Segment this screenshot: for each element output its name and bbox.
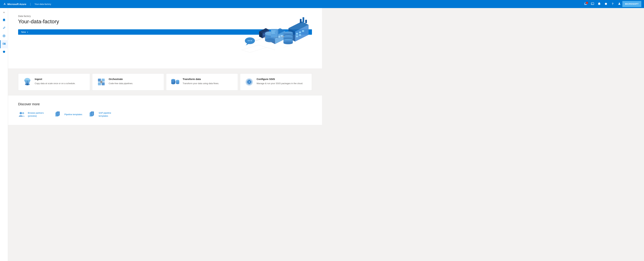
discover-title: Discover more	[18, 102, 312, 106]
orchestrate-text: Orchestrate Code-free data pipelines.	[109, 78, 133, 85]
configure-ssis-text: Configure SSIS Manage & run your SSIS pa…	[256, 78, 303, 85]
ingest-description: Copy data at scale once or on a schedule…	[35, 82, 76, 85]
sap-pipeline-templates-label: SAP pipeline templates	[98, 112, 119, 118]
topbar-page-name: Your-data-factory	[34, 3, 51, 5]
feature-card-transform[interactable]: Transform data Transform your data using…	[166, 74, 238, 90]
features-row: Ingest Copy data at scale once or on a s…	[8, 68, 322, 96]
svg-rect-28	[263, 34, 265, 35]
sidebar-toggle[interactable]: ≡	[1, 10, 7, 16]
svg-point-88	[20, 112, 22, 114]
sap-pipeline-templates-icon	[89, 111, 96, 118]
sidebar-item-monitor[interactable]	[0, 32, 8, 40]
azure-logo: Microsoft Azure	[3, 2, 26, 6]
svg-line-62	[267, 48, 275, 50]
ingest-title: Ingest	[35, 78, 76, 80]
svg-rect-23	[278, 36, 280, 38]
transform-title: Transform data	[183, 78, 219, 80]
discover-item-pipeline-templates[interactable]: Pipeline templates	[55, 111, 82, 118]
feature-card-configure-ssis[interactable]: Configure SSIS Manage & run your SSIS pa…	[240, 74, 312, 90]
sidebar-item-manage[interactable]	[0, 40, 8, 48]
svg-rect-98	[91, 112, 94, 116]
svg-rect-24	[281, 35, 282, 36]
azure-logo-icon	[3, 2, 6, 6]
feature-card-ingest[interactable]: Ingest Copy data at scale once or on a s…	[18, 74, 90, 90]
hero-illustration	[228, 12, 312, 62]
hero-illustration-svg	[228, 12, 312, 62]
svg-point-89	[22, 112, 24, 114]
browse-partners-icon	[18, 111, 26, 118]
configure-ssis-title: Configure SSIS	[256, 78, 303, 80]
sidebar-item-learn[interactable]	[0, 48, 8, 56]
svg-point-73	[100, 81, 102, 83]
svg-rect-14	[296, 36, 298, 37]
svg-rect-6	[4, 44, 6, 44]
learn-icon	[2, 50, 6, 54]
discover-item-browse-partners[interactable]: Browse partners (preview)	[18, 111, 48, 118]
svg-line-63	[284, 45, 292, 48]
svg-rect-12	[299, 32, 301, 33]
feature-card-orchestrate[interactable]: Orchestrate Code-free data pipelines.	[92, 74, 164, 90]
browse-partners-label: Browse partners (preview)	[28, 112, 48, 118]
svg-point-51	[250, 40, 250, 41]
sidebar: ≡	[0, 8, 8, 130]
pipeline-templates-icon	[55, 111, 62, 118]
ingest-icon	[23, 78, 32, 86]
svg-point-32	[265, 38, 275, 42]
home-icon	[2, 18, 6, 22]
main-content: Data factory Your-data-factory New ▾	[8, 8, 322, 125]
orchestrate-title: Orchestrate	[109, 78, 133, 80]
svg-rect-47	[271, 33, 275, 34]
svg-point-3	[4, 35, 4, 36]
sidebar-item-author[interactable]	[0, 24, 8, 32]
svg-rect-13	[302, 30, 304, 32]
transform-text: Transform data Transform your data using…	[183, 78, 219, 85]
manage-icon	[2, 42, 6, 46]
author-icon	[2, 26, 6, 30]
ingest-text: Ingest Copy data at scale once or on a s…	[35, 78, 76, 85]
transform-icon	[171, 78, 180, 86]
svg-line-61	[258, 45, 267, 48]
pipeline-templates-label: Pipeline templates	[64, 113, 82, 116]
topbar: Microsoft Azure | Your-data-factory 1	[0, 0, 322, 8]
hero-section: Data factory Your-data-factory New ▾	[8, 8, 322, 68]
svg-point-50	[248, 40, 249, 41]
svg-rect-5	[4, 43, 6, 44]
svg-point-52	[251, 40, 252, 41]
orchestrate-icon	[97, 78, 106, 86]
svg-point-82	[176, 82, 179, 84]
svg-line-60	[242, 50, 250, 52]
new-button-chevron-icon: ▾	[27, 31, 28, 33]
discover-item-sap-pipeline-templates[interactable]: SAP pipeline templates	[89, 111, 119, 118]
topbar-separator: |	[30, 2, 31, 6]
discover-section: Discover more Browse partners (preview)	[8, 96, 322, 125]
svg-rect-92	[57, 112, 60, 116]
svg-rect-16	[300, 19, 302, 23]
svg-line-59	[250, 48, 267, 52]
topbar-brand: Microsoft Azure | Your-data-factory	[3, 2, 51, 6]
svg-rect-45	[271, 31, 276, 31]
transform-description: Transform your data using data flows.	[183, 82, 219, 85]
new-button-label: New	[21, 31, 26, 33]
monitor-icon	[2, 34, 6, 38]
configure-ssis-icon	[245, 78, 254, 86]
svg-rect-11	[296, 33, 298, 34]
svg-rect-15	[299, 34, 301, 36]
svg-line-58	[242, 45, 258, 50]
brand-name: Microsoft Azure	[8, 3, 26, 6]
svg-rect-17	[302, 17, 304, 22]
discover-items: Browse partners (preview) Pipeline templ…	[18, 111, 312, 118]
sidebar-item-home[interactable]	[0, 16, 8, 24]
hamburger-icon: ≡	[3, 11, 4, 14]
svg-line-53	[256, 38, 265, 41]
svg-rect-18	[305, 20, 307, 23]
svg-rect-46	[271, 32, 275, 32]
svg-point-42	[284, 42, 293, 44]
orchestrate-description: Code-free data pipelines.	[109, 82, 133, 85]
configure-ssis-description: Manage & run your SSIS packages in the c…	[256, 82, 303, 85]
